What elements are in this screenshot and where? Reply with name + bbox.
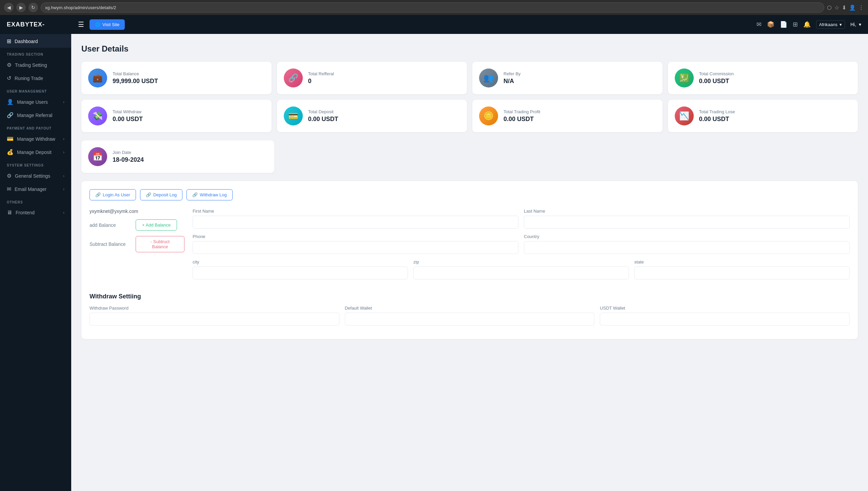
total-trading-profit-value: 0.00 USDT <box>504 116 540 123</box>
manage-deposit-icon: 💰 <box>7 149 14 155</box>
general-settings-icon: ⚙ <box>7 173 12 179</box>
bookmark-icon[interactable]: ☆ <box>834 4 839 11</box>
last-name-label: Last Name <box>524 209 850 214</box>
withdraw-setting-title: Withdraw Settiing <box>90 293 850 300</box>
app-wrapper: EXABYTEX- ⊞ Dashboard TRADING SECTION ⚙ … <box>0 15 868 491</box>
stat-card-refer-by: 👥 Refer By N/A <box>472 62 663 94</box>
back-button[interactable]: ◀ <box>4 3 14 12</box>
total-commission-label: Total Commission <box>699 71 734 76</box>
header-user-chevron[interactable]: ▾ <box>859 22 861 27</box>
usdt-wallet-input[interactable] <box>600 313 850 326</box>
action-buttons-row: 🔗 Login As User 🔗 Deposit Log 🔗 Withdraw… <box>90 189 850 200</box>
user-form-section: 🔗 Login As User 🔗 Deposit Log 🔗 Withdraw… <box>81 181 858 339</box>
city-input[interactable] <box>193 267 408 279</box>
city-group: city <box>193 259 408 279</box>
browser-chrome: ◀ ▶ ↻ xg.hwym.shop/admin/users/details/2… <box>0 0 868 15</box>
section-label-payment: PAYMENT AND PAYOUT <box>0 122 71 132</box>
hamburger-button[interactable]: ☰ <box>78 20 84 28</box>
section-label-others: OTHERS <box>0 196 71 206</box>
total-refferal-value: 0 <box>308 78 334 85</box>
refer-by-value: N/A <box>504 78 521 85</box>
default-wallet-label: Default Wallet <box>345 306 595 311</box>
total-balance-value: 99,999.00 USDT <box>113 78 158 85</box>
sidebar-item-email-manager[interactable]: ✉ Email Manager › <box>0 182 71 196</box>
header-document-icon[interactable]: 📄 <box>780 21 787 28</box>
section-label-user-mgmt: USER MANAGEMENT <box>0 85 71 95</box>
subtract-balance-label: Subtract Balance <box>90 241 130 247</box>
sidebar-item-running-trade[interactable]: ↺ Runing Trade <box>0 72 71 85</box>
sidebar-label-manage-users: Manage Users <box>17 99 48 105</box>
withdraw-password-label: Withdraw Password <box>90 306 339 311</box>
sidebar-item-manage-users[interactable]: 👤 Manage Users › <box>0 95 71 109</box>
download-icon[interactable]: ⬇ <box>842 4 846 11</box>
header-grid-icon[interactable]: ⊞ <box>793 21 798 28</box>
total-deposit-label: Total Deposit <box>308 109 338 114</box>
stat-card-total-deposit: 💳 Total Deposit 0.00 USDT <box>277 100 467 132</box>
visit-site-button[interactable]: 🌐 Visit Site <box>90 19 125 30</box>
sidebar-item-manage-deposit[interactable]: 💰 Manage Deposit › <box>0 145 71 159</box>
withdraw-password-group: Withdraw Password <box>90 306 339 326</box>
withdraw-password-input[interactable] <box>90 313 339 326</box>
form-main-layout: yxymknet@yxymk.com add Balance + Add Bal… <box>90 209 850 285</box>
refresh-button[interactable]: ↻ <box>28 3 38 12</box>
balance-controls-panel: yxymknet@yxymk.com add Balance + Add Bal… <box>90 209 184 285</box>
manage-referral-icon: 🔗 <box>7 112 14 118</box>
add-balance-btn-label: + Add Balance <box>142 222 171 228</box>
menu-icon[interactable]: ⋮ <box>859 4 864 11</box>
sidebar-item-general-settings[interactable]: ⚙ General Settings › <box>0 169 71 182</box>
browser-action-icons: ⬡ ☆ ⬇ 👤 ⋮ <box>827 4 864 11</box>
deposit-log-button[interactable]: 🔗 Deposit Log <box>140 189 182 200</box>
stat-card-total-withdraw: 💸 Total Withdraw 0.00 USDT <box>81 100 272 132</box>
sidebar-label-running-trade: Runing Trade <box>15 76 43 81</box>
city-label: city <box>193 259 408 264</box>
add-balance-button[interactable]: + Add Balance <box>136 219 177 231</box>
add-balance-label: add Balance <box>90 222 130 228</box>
withdraw-log-button[interactable]: 🔗 Withdraw Log <box>186 189 232 200</box>
sidebar-item-manage-withdraw[interactable]: 💳 Manage Withdraw › <box>0 132 71 145</box>
frontend-icon: 🖥 <box>7 210 12 216</box>
refer-by-label: Refer By <box>504 71 521 76</box>
default-wallet-group: Default Wallet <box>345 306 595 326</box>
language-selector[interactable]: Afrikaans ▾ <box>816 20 845 29</box>
country-label: Country <box>524 234 850 239</box>
login-as-user-button[interactable]: 🔗 Login As User <box>90 189 136 200</box>
header-bell-icon[interactable]: 🔔 <box>803 21 811 28</box>
subtract-balance-button[interactable]: - Subtruct Balance <box>136 236 184 252</box>
visit-site-globe-icon: 🌐 <box>95 22 100 27</box>
sidebar-brand: EXABYTEX- <box>0 15 71 35</box>
total-trading-lose-label: Total Trading Lose <box>699 109 735 114</box>
profile-icon[interactable]: 👤 <box>849 4 856 11</box>
first-name-group: First Name <box>193 209 518 229</box>
zip-label: zip <box>413 259 629 264</box>
url-bar[interactable]: xg.hwym.shop/admin/users/details/2 <box>41 2 824 13</box>
phone-group: Phone <box>193 234 518 254</box>
stat-card-total-refferal: 🔗 Total Refferal 0 <box>277 62 467 94</box>
total-commission-value: 0.00 USDT <box>699 78 734 85</box>
running-trade-icon: ↺ <box>7 75 11 81</box>
sidebar-item-dashboard[interactable]: ⊞ Dashboard <box>0 35 71 48</box>
sidebar-item-manage-referral[interactable]: 🔗 Manage Referral <box>0 109 71 122</box>
usdt-wallet-label: USDT Wallet <box>600 306 850 311</box>
sidebar: EXABYTEX- ⊞ Dashboard TRADING SECTION ⚙ … <box>0 15 71 491</box>
state-input[interactable] <box>634 267 850 279</box>
country-input[interactable] <box>524 241 850 254</box>
forward-button[interactable]: ▶ <box>16 3 26 12</box>
zip-input[interactable] <box>413 267 629 279</box>
header-mail-icon[interactable]: ✉ <box>756 21 762 28</box>
cast-icon[interactable]: ⬡ <box>827 4 832 11</box>
default-wallet-input[interactable] <box>345 313 595 326</box>
first-name-input[interactable] <box>193 216 518 229</box>
total-deposit-value: 0.00 USDT <box>308 116 338 123</box>
sidebar-label-frontend: Frontend <box>16 210 35 215</box>
phone-input[interactable] <box>193 241 518 254</box>
sidebar-item-trading-setting[interactable]: ⚙ Trading Setting <box>0 58 71 72</box>
section-label-trading: TRADING SECTION <box>0 48 71 58</box>
sidebar-item-frontend[interactable]: 🖥 Frontend › <box>0 206 71 219</box>
trading-setting-icon: ⚙ <box>7 62 12 68</box>
header-package-icon[interactable]: 📦 <box>767 21 774 28</box>
frontend-chevron: › <box>63 210 64 215</box>
general-settings-chevron: › <box>63 174 64 178</box>
language-chevron-icon: ▾ <box>840 22 842 27</box>
last-name-input[interactable] <box>524 216 850 229</box>
manage-withdraw-chevron: › <box>63 137 64 141</box>
